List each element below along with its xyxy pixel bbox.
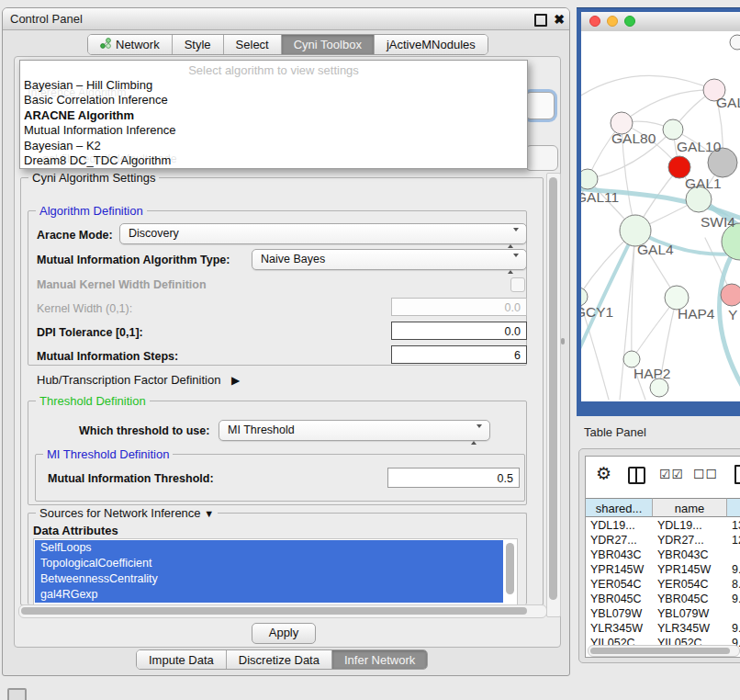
table-cell: 9. [727, 592, 740, 606]
network-edge [581, 231, 635, 366]
table-cell: YLR345W [653, 621, 727, 636]
tab-discretize-data[interactable]: Discretize Data [227, 650, 332, 669]
node-pink-right[interactable] [721, 284, 740, 306]
hub-definition-expander[interactable]: Hub/Transcription Factor Definition ▶ [37, 373, 240, 387]
table-row[interactable]: YER054CYER054C8. [586, 577, 740, 592]
checked-pair-icon[interactable]: ☑☑ [659, 467, 684, 481]
tab-impute-data[interactable]: Impute Data [137, 650, 227, 669]
mi-algorithm-type-select[interactable]: Naive Bayes [252, 249, 527, 270]
table-cell: YDR27... [586, 533, 653, 548]
splitter-handle[interactable] [561, 338, 565, 344]
table-cell: 13 [727, 518, 740, 533]
table-cell: YPR145W [586, 562, 653, 577]
column-header-name[interactable]: name [653, 498, 727, 517]
table-row[interactable]: YPR145WYPR145W9. [586, 562, 740, 577]
node-bottom-node[interactable] [650, 378, 668, 397]
attribute-betweennesscentrality[interactable]: BetweennessCentrality [35, 571, 503, 587]
network-view-window: GAL8GAL80GAL10GAL1GAL11SWI4GAL4HAP4YGCY1… [577, 7, 740, 416]
split-view-icon[interactable] [628, 467, 645, 484]
dpi-tolerance-label: DPI Tolerance [0,1]: [37, 326, 143, 339]
settings-vscrollbar[interactable] [546, 173, 561, 617]
control-panel-title: Control Panel [10, 8, 83, 29]
float-window-icon[interactable] [534, 14, 547, 27]
unchecked-pair-icon[interactable]: ☐☐ [693, 467, 718, 481]
expand-right-icon: ▶ [231, 374, 240, 387]
control-panel-titlebar[interactable]: Control Panel ✖ [3, 8, 569, 30]
table-row[interactable]: YBL079WYBL079W [586, 606, 740, 621]
network-window-titlebar[interactable] [581, 12, 740, 32]
mi-threshold-label: Mutual Information Threshold: [48, 472, 214, 485]
network-combobox-fragment[interactable] [525, 145, 558, 171]
node-top-arc[interactable] [730, 35, 740, 50]
table-hscrollbar[interactable] [588, 645, 740, 657]
kernel-width-field[interactable]: 0.0 [391, 298, 527, 316]
apply-button[interactable]: Apply [252, 623, 316, 644]
algorithm-option-aracne-algorithm[interactable]: ARACNE Algorithm [20, 108, 527, 123]
table-cell: 9. [727, 562, 740, 577]
mi-steps-field[interactable]: 6 [391, 345, 527, 364]
aracne-mode-value: Discovery [129, 227, 179, 240]
network-edge [622, 90, 714, 123]
which-threshold-select[interactable]: MI Threshold [219, 420, 490, 441]
table-row[interactable]: YBR045CYBR045C9. [586, 592, 740, 606]
document-icon[interactable] [734, 465, 740, 484]
attribute-selfloops[interactable]: SelfLoops [35, 540, 503, 556]
network-canvas[interactable]: GAL8GAL80GAL10GAL1GAL11SWI4GAL4HAP4YGCY1… [581, 31, 740, 401]
attribute-gal4rgexp[interactable]: gal4RGexp [35, 587, 503, 603]
node-label-y: Y [728, 307, 737, 322]
algorithm-option-basic-correlation-inference[interactable]: Basic Correlation Inference [20, 93, 527, 107]
node-label-swi4: SWI4 [701, 214, 735, 230]
bottom-tab-strip: Impute DataDiscretize DataInfer Network [136, 649, 428, 670]
close-icon[interactable]: ✖ [554, 10, 565, 28]
algorithm-combobox-fragment[interactable] [525, 92, 555, 119]
manual-kernel-width-checkbox[interactable] [510, 277, 525, 292]
window-zoom-button[interactable] [624, 16, 635, 27]
mi-threshold-group-title: MI Threshold Definition [43, 447, 173, 461]
column-header-shared-[interactable]: shared... [586, 498, 653, 517]
table-row[interactable]: YDL19...YDL19...13 [586, 518, 740, 533]
tab-label: Select [236, 38, 269, 51]
desktop: Control Panel ✖ NetworkStyleSelectCyni T… [0, 0, 740, 700]
table-cell: YBL079W [653, 606, 727, 621]
settings-hscrollbar[interactable] [18, 604, 547, 618]
column-header-a[interactable]: A [727, 498, 740, 517]
table-row[interactable]: YBR043CYBR043C [586, 548, 740, 562]
window-close-button[interactable] [589, 16, 600, 27]
table-cell: YBR045C [653, 592, 727, 606]
algorithm-option-bayesian-hill-climbing[interactable]: Bayesian – Hill Climbing [20, 78, 527, 93]
data-attributes-list[interactable]: SelfLoopsTopologicalCoefficientBetweenne… [33, 538, 518, 605]
gear-icon[interactable]: ⚙ [596, 465, 611, 483]
tab-network[interactable]: Network [88, 35, 173, 54]
table-row[interactable]: YDR27...YDR27...12 [586, 533, 740, 548]
collapse-down-icon[interactable]: ▼ [204, 508, 214, 519]
mi-threshold-field[interactable]: 0.5 [387, 468, 520, 488]
table-cell: 12 [727, 533, 740, 548]
table-row[interactable]: YLR345WYLR345W9. [586, 621, 740, 636]
mi-algorithm-type-value: Naive Bayes [261, 253, 325, 265]
algorithm-option-dream8-dc-tdc-algorithm[interactable]: Dream8 DC_TDC Algorithm [20, 153, 527, 168]
which-threshold-value: MI Threshold [228, 423, 295, 436]
window-minimize-button[interactable] [607, 16, 618, 27]
attribute-topologicalcoefficient[interactable]: TopologicalCoefficient [35, 556, 503, 571]
algorithm-option-mutual-information-inference[interactable]: Mutual Information Inference [20, 123, 527, 138]
network-icon [100, 38, 111, 51]
aracne-mode-select[interactable]: Discovery [119, 223, 527, 244]
node-gal10[interactable] [663, 119, 683, 140]
threshold-definition-title: Threshold Definition [36, 394, 150, 408]
minimized-panel-icon[interactable] [7, 688, 27, 700]
node-gcy1[interactable] [581, 288, 588, 306]
tab-cyni-toolbox[interactable]: Cyni Toolbox [282, 35, 375, 54]
node-label-gal1: GAL1 [685, 175, 722, 191]
algorithm-option-bayesian-k2[interactable]: Bayesian – K2 [20, 139, 527, 153]
tab-infer-network[interactable]: Infer Network [332, 650, 427, 669]
table-cell [727, 606, 740, 621]
dpi-tolerance-field[interactable]: 0.0 [391, 322, 527, 340]
tab-label: Impute Data [149, 653, 214, 667]
kernel-width-label: Kernel Width (0,1): [37, 302, 132, 315]
tab-select[interactable]: Select [224, 35, 282, 54]
tab-style[interactable]: Style [173, 35, 224, 54]
algorithm-definition-title: Algorithm Definition [36, 204, 147, 218]
tab-jactivemnodules[interactable]: jActiveMNodules [375, 35, 488, 54]
node-gal11[interactable] [581, 169, 598, 189]
attr-list-scrollbar[interactable] [506, 543, 514, 594]
